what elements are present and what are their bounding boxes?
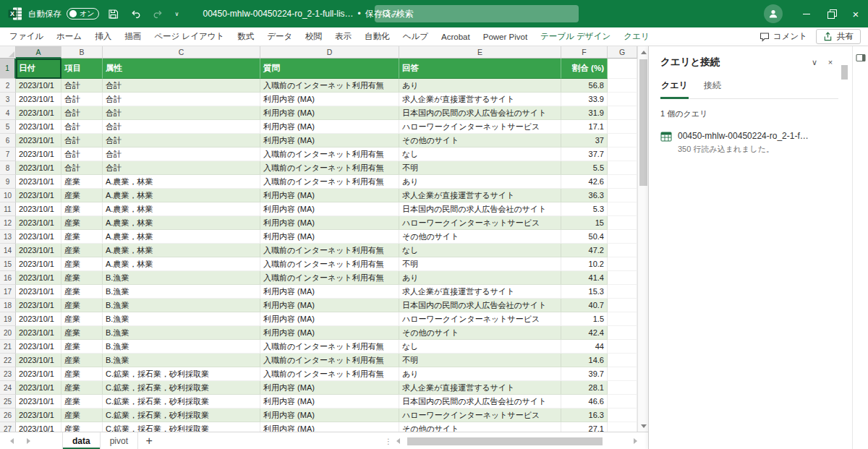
cell-B10[interactable]: 産業 xyxy=(61,189,103,202)
row-header-2[interactable]: 2 xyxy=(0,79,16,93)
row-header-13[interactable]: 13 xyxy=(0,230,16,244)
sheet-tab-data[interactable]: data xyxy=(62,432,101,449)
cell-E3[interactable]: 求人企業が直接運営するサイト xyxy=(399,93,561,106)
cell-D19[interactable]: 利用内容 (MA) xyxy=(260,312,399,326)
cell-F23[interactable]: 39.7 xyxy=(561,367,608,381)
row-header-12[interactable]: 12 xyxy=(0,216,16,230)
cell-D10[interactable]: 利用内容 (MA) xyxy=(260,189,399,202)
cell-E15[interactable]: 不明 xyxy=(399,257,561,271)
cell-A18[interactable]: 2023/10/1 xyxy=(16,299,61,312)
cell-C1[interactable]: 属性 xyxy=(103,59,260,79)
ribbon-tab-7[interactable]: データ xyxy=(260,27,299,46)
cell-B5[interactable]: 合計 xyxy=(61,120,103,134)
cell-C27[interactable]: C.鉱業，採石業，砂利採取業 xyxy=(103,422,260,432)
cell-C4[interactable]: 合計 xyxy=(103,106,260,120)
close-button[interactable]: × xyxy=(843,0,868,27)
cell-C8[interactable]: 合計 xyxy=(103,161,260,175)
cell-C13[interactable]: A.農業，林業 xyxy=(103,230,260,244)
row-header-22[interactable]: 22 xyxy=(0,354,16,367)
cell-D20[interactable]: 利用内容 (MA) xyxy=(260,326,399,340)
cell-A17[interactable]: 2023/10/1 xyxy=(16,285,61,299)
cell-G16[interactable] xyxy=(608,271,637,285)
cell-D1[interactable]: 質問 xyxy=(260,59,399,79)
cell-C20[interactable]: B.漁業 xyxy=(103,326,260,340)
cell-B20[interactable]: 産業 xyxy=(61,326,103,340)
cell-G21[interactable] xyxy=(608,340,637,354)
cell-G23[interactable] xyxy=(608,367,637,381)
cell-C6[interactable]: 合計 xyxy=(103,134,260,147)
cell-F17[interactable]: 15.3 xyxy=(561,285,608,299)
cell-G22[interactable] xyxy=(608,354,637,367)
row-header-18[interactable]: 18 xyxy=(0,299,16,312)
row-header-11[interactable]: 11 xyxy=(0,202,16,216)
cell-E1[interactable]: 回答 xyxy=(399,59,561,79)
cell-C14[interactable]: A.農業，林業 xyxy=(103,244,260,257)
cell-G18[interactable] xyxy=(608,299,637,312)
cell-F22[interactable]: 14.6 xyxy=(561,354,608,367)
panel-close-icon[interactable]: × xyxy=(822,58,838,67)
cell-D3[interactable]: 利用内容 (MA) xyxy=(260,93,399,106)
cell-B1[interactable]: 項目 xyxy=(61,59,103,79)
cell-G15[interactable] xyxy=(608,257,637,271)
row-header-21[interactable]: 21 xyxy=(0,340,16,354)
cell-E2[interactable]: あり xyxy=(399,79,561,93)
cell-D17[interactable]: 利用内容 (MA) xyxy=(260,285,399,299)
cell-F26[interactable]: 16.3 xyxy=(561,409,608,422)
cell-F14[interactable]: 47.2 xyxy=(561,244,608,257)
cell-E20[interactable]: その他のサイト xyxy=(399,326,561,340)
row-header-5[interactable]: 5 xyxy=(0,120,16,134)
cell-B25[interactable]: 産業 xyxy=(61,395,103,409)
cell-F25[interactable]: 46.6 xyxy=(561,395,608,409)
cell-D22[interactable]: 入職前のインターネット利用有無 xyxy=(260,354,399,367)
vertical-scrollbar[interactable] xyxy=(637,46,648,432)
cell-F9[interactable]: 42.6 xyxy=(561,175,608,189)
cell-G11[interactable] xyxy=(608,202,637,216)
cell-C26[interactable]: C.鉱業，採石業，砂利採取業 xyxy=(103,409,260,422)
sheet-nav-right-icon[interactable] xyxy=(27,438,30,444)
cell-F10[interactable]: 36.3 xyxy=(561,189,608,202)
share-button[interactable]: 共有 xyxy=(816,29,861,44)
column-header-A[interactable]: A xyxy=(16,46,61,59)
cell-B7[interactable]: 合計 xyxy=(61,147,103,161)
cell-F13[interactable]: 50.4 xyxy=(561,230,608,244)
row-header-9[interactable]: 9 xyxy=(0,175,16,189)
cell-F11[interactable]: 5.3 xyxy=(561,202,608,216)
cell-E6[interactable]: その他のサイト xyxy=(399,134,561,147)
cell-F18[interactable]: 40.7 xyxy=(561,299,608,312)
cell-B11[interactable]: 産業 xyxy=(61,202,103,216)
cell-C2[interactable]: 合計 xyxy=(103,79,260,93)
minimize-button[interactable] xyxy=(794,0,819,27)
cell-A4[interactable]: 2023/10/1 xyxy=(16,106,61,120)
cell-D26[interactable]: 利用内容 (MA) xyxy=(260,409,399,422)
autosave-toggle[interactable]: オン xyxy=(67,8,99,20)
panel-tab-接続[interactable]: 接続 xyxy=(703,80,722,99)
cell-A23[interactable]: 2023/10/1 xyxy=(16,367,61,381)
cell-F19[interactable]: 1.5 xyxy=(561,312,608,326)
panel-tab-クエリ[interactable]: クエリ xyxy=(660,80,689,99)
cell-A15[interactable]: 2023/10/1 xyxy=(16,257,61,271)
cell-D13[interactable]: 利用内容 (MA) xyxy=(260,230,399,244)
row-header-19[interactable]: 19 xyxy=(0,312,16,326)
cell-B21[interactable]: 産業 xyxy=(61,340,103,354)
cell-E26[interactable]: ハローワークインターネットサービス xyxy=(399,409,561,422)
cell-G6[interactable] xyxy=(608,134,637,147)
ribbon-tab-2[interactable]: ホーム xyxy=(50,27,88,46)
cell-C18[interactable]: B.漁業 xyxy=(103,299,260,312)
cell-B14[interactable]: 産業 xyxy=(61,244,103,257)
cell-E25[interactable]: 日本国内の民間の求人広告会社のサイト xyxy=(399,395,561,409)
cell-C19[interactable]: B.漁業 xyxy=(103,312,260,326)
cell-G19[interactable] xyxy=(608,312,637,326)
cell-D25[interactable]: 利用内容 (MA) xyxy=(260,395,399,409)
cell-D5[interactable]: 利用内容 (MA) xyxy=(260,120,399,134)
cell-C21[interactable]: B.漁業 xyxy=(103,340,260,354)
ribbon-tab-10[interactable]: 自動化 xyxy=(358,27,396,46)
cell-A9[interactable]: 2023/10/1 xyxy=(16,175,61,189)
cell-F2[interactable]: 56.8 xyxy=(561,79,608,93)
cell-D18[interactable]: 利用内容 (MA) xyxy=(260,299,399,312)
redo-button[interactable] xyxy=(149,4,166,23)
cell-G17[interactable] xyxy=(608,285,637,299)
cell-E9[interactable]: あり xyxy=(399,175,561,189)
cell-G3[interactable] xyxy=(608,93,637,106)
cell-F3[interactable]: 33.9 xyxy=(561,93,608,106)
sheet-nav-left-icon[interactable] xyxy=(10,438,14,444)
